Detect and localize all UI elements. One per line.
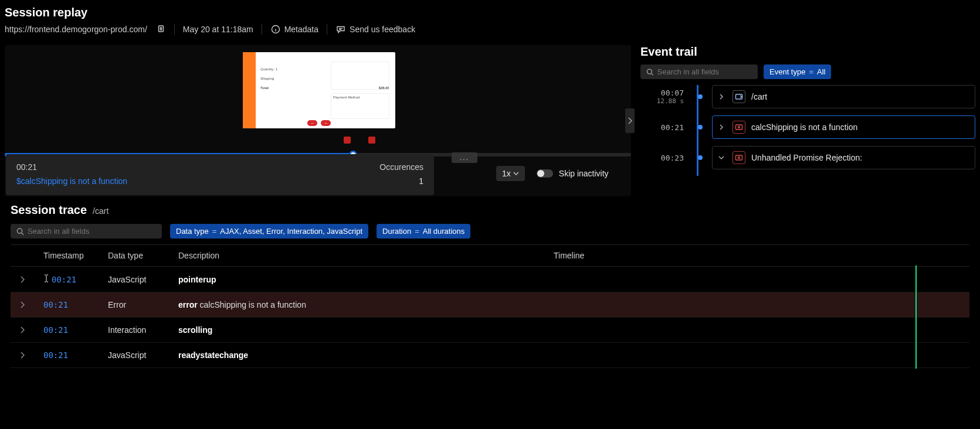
row-timeline bbox=[544, 267, 969, 292]
trace-filter-type-value: AJAX, Asset, Error, Interaction, JavaScr… bbox=[220, 227, 362, 236]
expand-icon[interactable] bbox=[11, 318, 34, 343]
trace-filter-duration[interactable]: Duration = All durations bbox=[377, 224, 470, 239]
collapse-sidebar-button[interactable] bbox=[625, 108, 635, 133]
playhead-marker bbox=[915, 265, 917, 293]
row-description: readystatechange bbox=[169, 343, 544, 368]
skip-inactivity-toggle[interactable] bbox=[537, 169, 553, 178]
trail-time: 00:21 bbox=[640, 123, 684, 132]
feedback-link[interactable]: Send us feedback bbox=[335, 24, 415, 35]
error-icon bbox=[733, 121, 745, 134]
col-datatype[interactable]: Data type bbox=[99, 245, 169, 267]
event-trail-title: Event trail bbox=[640, 45, 975, 59]
trail-label: /cart bbox=[751, 92, 767, 101]
header-meta-row: https://frontend.demogorgon-prod.com/ Ma… bbox=[5, 24, 975, 35]
trace-filter-type-label: Data type bbox=[176, 227, 209, 236]
trail-label: Unhandled Promise Rejection: bbox=[751, 153, 862, 162]
playhead-marker bbox=[915, 291, 917, 318]
table-row[interactable]: 00:21Interactionscrolling bbox=[11, 318, 969, 343]
error-icon bbox=[733, 151, 745, 164]
trace-filter-dur-value: All durations bbox=[423, 227, 465, 236]
trail-label: calcShipping is not a function bbox=[751, 122, 857, 132]
svg-point-6 bbox=[17, 228, 22, 233]
row-timeline bbox=[544, 343, 969, 368]
trail-card[interactable]: calcShipping is not a function bbox=[712, 115, 975, 139]
row-timestamp: 00:21 bbox=[52, 275, 76, 284]
row-timeline bbox=[544, 318, 969, 343]
chevron-right-icon[interactable] bbox=[718, 124, 727, 130]
session-player: Quantity: 1 Shipping Total$28.08 Payment… bbox=[5, 45, 631, 196]
copy-icon[interactable] bbox=[155, 24, 166, 35]
trail-row[interactable]: 00:21calcShipping is not a function bbox=[640, 115, 975, 139]
trail-row[interactable]: 00:23Unhandled Promise Rejection: bbox=[640, 146, 975, 169]
table-row[interactable]: 00:21JavaScriptpointerup bbox=[11, 267, 969, 292]
trail-search[interactable] bbox=[640, 64, 758, 79]
feedback-label: Send us feedback bbox=[350, 25, 415, 34]
route-icon bbox=[733, 90, 745, 103]
trace-search[interactable] bbox=[11, 224, 162, 239]
playhead-marker bbox=[915, 342, 917, 369]
row-description: pointerup bbox=[169, 267, 544, 292]
row-datatype: JavaScript bbox=[99, 343, 169, 368]
chevron-right-icon bbox=[628, 117, 632, 124]
trace-table: Timestamp Data type Description Timeline… bbox=[11, 244, 969, 368]
trail-marker bbox=[698, 94, 703, 99]
trail-marker bbox=[698, 125, 703, 130]
table-row[interactable]: 00:21Errorerror calcShipping is not a fu… bbox=[11, 292, 969, 318]
trace-filter-dur-label: Duration bbox=[382, 227, 411, 236]
tooltip-count: 1 bbox=[419, 176, 423, 186]
table-row[interactable]: 00:21JavaScriptreadystatechange bbox=[11, 343, 969, 368]
trail-card[interactable]: /cart bbox=[712, 85, 975, 108]
session-trace-crumb: /cart bbox=[93, 206, 108, 216]
trail-time: 00:07 bbox=[640, 88, 684, 97]
ibeam-icon bbox=[43, 274, 52, 282]
expand-icon[interactable] bbox=[11, 292, 34, 318]
speed-select[interactable]: 1x bbox=[496, 166, 525, 181]
expand-icon[interactable] bbox=[11, 343, 34, 368]
row-timestamp: 00:21 bbox=[43, 350, 68, 360]
row-timestamp: 00:21 bbox=[43, 300, 68, 309]
session-url: https://frontend.demogorgon-prod.com/ bbox=[5, 25, 147, 34]
trace-search-input[interactable] bbox=[28, 227, 156, 236]
trail-filter[interactable]: Event type = All bbox=[764, 64, 831, 79]
trail-row[interactable]: 00:0712.88 s/cart bbox=[640, 85, 975, 108]
svg-point-2 bbox=[647, 69, 652, 74]
col-timeline[interactable]: Timeline bbox=[544, 245, 969, 267]
trail-search-input[interactable] bbox=[657, 67, 752, 76]
row-description: scrolling bbox=[169, 318, 544, 343]
row-timeline bbox=[544, 292, 969, 318]
more-handle[interactable]: ... bbox=[452, 152, 477, 163]
tooltip-time: 00:21 bbox=[16, 162, 37, 172]
tooltip-error: $calcShipping is not a function bbox=[16, 176, 127, 186]
session-trace-title: Session trace bbox=[11, 203, 87, 217]
trail-time: 00:23 bbox=[640, 154, 684, 162]
metadata-link[interactable]: Metadata bbox=[270, 24, 318, 35]
search-icon bbox=[646, 68, 654, 76]
chevron-right-icon[interactable] bbox=[718, 94, 727, 100]
row-datatype: Interaction bbox=[99, 318, 169, 343]
trace-filter-type[interactable]: Data type = AJAX, Asset, Error, Interact… bbox=[170, 224, 368, 239]
trail-card[interactable]: Unhandled Promise Rejection: bbox=[712, 146, 975, 169]
trail-duration: 12.88 s bbox=[640, 97, 684, 105]
speed-label: 1x bbox=[502, 169, 511, 178]
col-description[interactable]: Description bbox=[169, 245, 544, 267]
chat-icon bbox=[335, 24, 346, 35]
trail-filter-label: Event type bbox=[769, 67, 805, 76]
chevron-down-icon[interactable] bbox=[718, 155, 727, 161]
replay-thumbnail[interactable]: Quantity: 1 Shipping Total$28.08 Payment… bbox=[243, 52, 395, 128]
trail-marker bbox=[698, 155, 703, 160]
skip-inactivity-label: Skip inactivity bbox=[559, 169, 609, 178]
search-icon bbox=[16, 227, 24, 236]
error-markers bbox=[5, 137, 631, 148]
error-tooltip: 00:21 Occurences $calcShipping is not a … bbox=[6, 154, 434, 195]
page-title: Session replay bbox=[5, 6, 975, 19]
row-datatype: JavaScript bbox=[99, 267, 169, 292]
chevron-down-icon bbox=[513, 171, 519, 176]
col-timestamp[interactable]: Timestamp bbox=[34, 245, 99, 267]
trail-filter-value: All bbox=[817, 67, 825, 76]
metadata-label: Metadata bbox=[284, 25, 318, 34]
row-timestamp: 00:21 bbox=[43, 325, 68, 335]
expand-icon[interactable] bbox=[11, 267, 34, 292]
info-icon bbox=[270, 24, 281, 35]
tooltip-occur-label: Occurences bbox=[379, 162, 423, 172]
row-datatype: Error bbox=[99, 292, 169, 318]
